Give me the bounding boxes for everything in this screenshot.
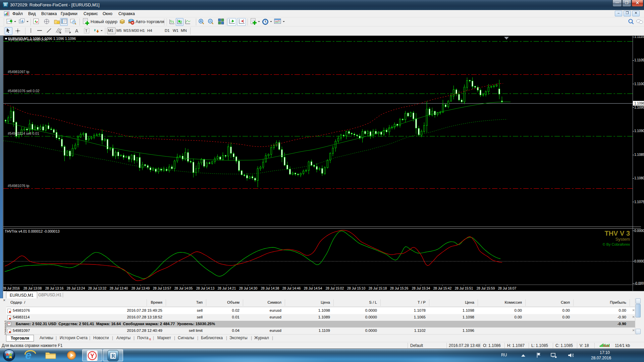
svg-text:THVTrix v4.01 0.000012 -0.0000: THVTrix v4.01 0.000012 -0.000013 bbox=[5, 229, 60, 233]
svg-text:28 Jul 14:38: 28 Jul 14:38 bbox=[261, 287, 279, 290]
svg-text:THV V 3: THV V 3 bbox=[604, 230, 630, 237]
svg-text:Y: Y bbox=[90, 353, 94, 359]
svg-text:28 Jul 15:34: 28 Jul 15:34 bbox=[412, 287, 430, 290]
svg-text:28 Jul 13:24: 28 Jul 13:24 bbox=[67, 287, 85, 290]
svg-text:1.1075: 1.1075 bbox=[634, 200, 644, 204]
svg-text:28 Jul 14:46: 28 Jul 14:46 bbox=[282, 287, 301, 290]
svg-text:28 Jul 13:40: 28 Jul 13:40 bbox=[110, 287, 128, 290]
svg-text:28 Jul 16:07: 28 Jul 16:07 bbox=[498, 287, 517, 290]
svg-text:28 Jul 13:16: 28 Jul 13:16 bbox=[45, 287, 64, 290]
svg-text:28 Jul 14:05: 28 Jul 14:05 bbox=[174, 287, 193, 290]
svg-text:#54981076 sell 0.02: #54981076 sell 0.02 bbox=[8, 89, 40, 93]
svg-text:-0.000: -0.000 bbox=[634, 282, 644, 285]
svg-text:1.1105: 1.1105 bbox=[634, 58, 644, 62]
svg-text:28 Jul 14:13: 28 Jul 14:13 bbox=[196, 287, 215, 290]
svg-text:28 Jul 15:18: 28 Jul 15:18 bbox=[369, 287, 387, 290]
svg-text:28 Jul 13:49: 28 Jul 13:49 bbox=[131, 287, 150, 290]
svg-text:28 Jul 14:54: 28 Jul 14:54 bbox=[304, 287, 322, 290]
svg-text:28 Jul 13:32: 28 Jul 13:32 bbox=[88, 287, 107, 290]
svg-text:28 Jul 13:08: 28 Jul 13:08 bbox=[23, 287, 42, 290]
svg-text:28 Jul 14:30: 28 Jul 14:30 bbox=[239, 287, 258, 290]
svg-text:1.1090: 1.1090 bbox=[634, 129, 644, 133]
svg-text:1.1110: 1.1110 bbox=[634, 36, 644, 39]
svg-text:1.1096: 1.1096 bbox=[634, 102, 644, 105]
svg-text:0.0000: 0.0000 bbox=[634, 259, 644, 263]
svg-text:28 Jul 15:51: 28 Jul 15:51 bbox=[455, 287, 473, 290]
svg-text:#54983114 sell 0.01: #54983114 sell 0.01 bbox=[8, 131, 39, 135]
svg-text:0.0000: 0.0000 bbox=[634, 229, 644, 233]
svg-text:28 Jul 15:02: 28 Jul 15:02 bbox=[326, 287, 344, 290]
svg-text:T: T bbox=[85, 29, 88, 33]
svg-text:1.1085: 1.1085 bbox=[634, 153, 644, 157]
svg-text:28 Jul 15:59: 28 Jul 15:59 bbox=[477, 287, 495, 290]
svg-text:1.1080: 1.1080 bbox=[634, 176, 644, 180]
svg-text:R: R bbox=[111, 353, 115, 359]
svg-text:28 Jul 15:26: 28 Jul 15:26 bbox=[390, 287, 409, 290]
svg-text:28 Jul 15:42: 28 Jul 15:42 bbox=[433, 287, 452, 290]
svg-text:28 Jul 14:21: 28 Jul 14:21 bbox=[218, 287, 236, 290]
svg-text:System: System bbox=[615, 237, 630, 242]
svg-text:1.1100: 1.1100 bbox=[634, 82, 644, 86]
svg-text:1.1095: 1.1095 bbox=[634, 106, 644, 109]
svg-text:F: F bbox=[69, 32, 71, 34]
svg-text:28 Jul 15:10: 28 Jul 15:10 bbox=[347, 287, 366, 290]
svg-text:28 Jul 13:57: 28 Jul 13:57 bbox=[153, 287, 171, 290]
svg-text:© By Cobraforex: © By Cobraforex bbox=[603, 242, 630, 246]
svg-text:E: E bbox=[60, 32, 61, 34]
svg-text:#54981076 tp: #54981076 tp bbox=[8, 184, 29, 188]
svg-text:28 Jul 2016: 28 Jul 2016 bbox=[3, 287, 20, 290]
svg-text:#54981097 tp: #54981097 tp bbox=[8, 70, 29, 74]
svg-text:EURUSD,M1 1.1096 1.1096 1.1096: EURUSD,M1 1.1096 1.1096 1.1096 1.1096 bbox=[8, 37, 76, 41]
